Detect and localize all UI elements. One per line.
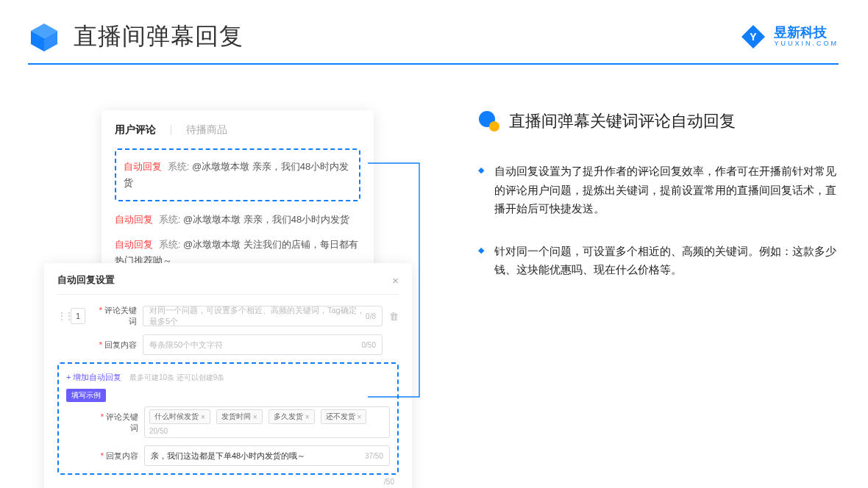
reply-input[interactable]: 每条限50个中文字符 0/50 (143, 334, 383, 355)
settings-card: 自动回复设置 × ⋮⋮ 1 评论关键词 对同一个问题，可设置多个相近、高频的关键… (44, 263, 412, 488)
index-box: 1 (71, 308, 85, 324)
tag-chip[interactable]: 发货时间× (216, 409, 263, 424)
comment-item: 自动回复 系统: @冰墩墩本墩 亲亲，我们48小时内发货 (115, 209, 360, 231)
sample-reply-label: 回复内容 (93, 451, 138, 462)
system-label: 系统: (168, 161, 190, 172)
tag-chip[interactable]: 多久发货× (268, 409, 315, 424)
tag-chip[interactable]: 什么时候发货× (149, 409, 210, 424)
brand: Y 昱新科技 YUUXIN.COM (740, 24, 839, 50)
reply-label: 回复内容 (91, 340, 137, 351)
settings-title: 自动回复设置 (57, 273, 115, 287)
brand-url: YUUXIN.COM (774, 40, 839, 48)
keyword-label: 评论关键词 (91, 305, 137, 327)
sample-box: + 增加自动回复 最多可建10条 还可以创建9条 填写示例 评论关键词 什么时候… (57, 362, 399, 475)
section-title: 直播间弹幕关键词评论自动回复 (509, 110, 736, 132)
close-icon[interactable]: × (392, 274, 399, 287)
add-help: 最多可建10条 还可以创建9条 (129, 373, 224, 381)
svg-point-6 (489, 121, 499, 132)
sample-keyword-input[interactable]: 什么时候发货× 发货时间× 多久发货× 还不发货× 20/50 (144, 406, 390, 438)
brand-icon: Y (740, 24, 766, 50)
brand-name: 昱新科技 (774, 26, 839, 40)
tag-chip[interactable]: 还不发货× (321, 409, 367, 424)
right-column: 直播间弹幕关键词评论自动回复 自动回复设置为了提升作者的评论回复效率，作者可在开… (427, 110, 839, 456)
tab-pending-goods[interactable]: 待播商品 (186, 123, 227, 137)
tabs: 用户评论 待播商品 (115, 123, 360, 137)
outer-count: /50 (57, 475, 399, 486)
keyword-input[interactable]: 对同一个问题，可设置多个相近、高频的关键词，Tag确定，最多5个 0/8 (143, 306, 383, 326)
chat-bubble-icon (478, 110, 500, 132)
left-mockups: 用户评论 待播商品 自动回复 系统: @冰墩墩本墩 亲亲，我们48小时内发货 自… (44, 110, 427, 456)
add-auto-reply-link[interactable]: + 增加自动回复 (66, 373, 121, 381)
tab-user-comments[interactable]: 用户评论 (115, 123, 156, 137)
page-title: 直播间弹幕回复 (74, 21, 243, 53)
svg-text:Y: Y (750, 31, 758, 43)
cube-icon (28, 21, 60, 53)
trash-icon[interactable]: 🗑 (388, 311, 399, 322)
sample-reply-input[interactable]: 亲，我们这边都是下单48小时内发货的哦～ 37/50 (144, 445, 390, 466)
sample-pill: 填写示例 (66, 389, 106, 402)
tab-sep (171, 125, 171, 135)
sample-keyword-label: 评论关键词 (93, 412, 138, 434)
highlighted-auto-reply: 自动回复 系统: @冰墩墩本墩 亲亲，我们48小时内发货 (115, 148, 360, 201)
comments-card: 用户评论 待播商品 自动回复 系统: @冰墩墩本墩 亲亲，我们48小时内发货 自… (102, 110, 374, 285)
bullet-item: 自动回复设置为了提升作者的评论回复效率，作者可在开播前针对常见的评论用户问题，提… (478, 162, 839, 218)
header: 直播间弹幕回复 Y 昱新科技 YUUXIN.COM (0, 0, 868, 53)
auto-reply-tag: 自动回复 (124, 161, 162, 172)
bullet-item: 针对同一个问题，可设置多个相近的、高频的关键词。例如：这款多少钱、这块能优惠吗、… (478, 242, 839, 279)
drag-icon[interactable]: ⋮⋮ (57, 311, 65, 321)
